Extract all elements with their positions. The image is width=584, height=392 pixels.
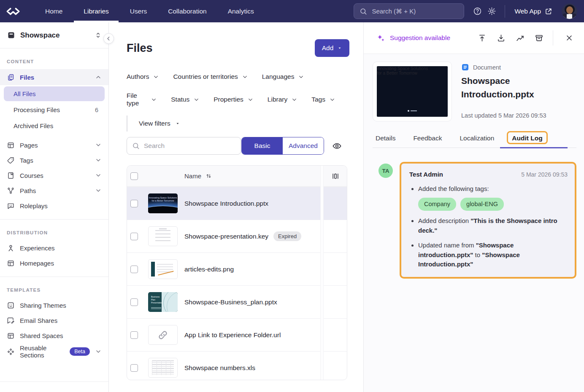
- filter-file-type[interactable]: File type: [127, 92, 157, 107]
- tab-localization[interactable]: Localization: [460, 134, 494, 142]
- nav-home[interactable]: Home: [35, 0, 73, 22]
- sidebar-item-archived-files[interactable]: Archived Files: [4, 118, 105, 133]
- view-filters-toggle[interactable]: View filters: [139, 120, 180, 127]
- close-icon[interactable]: [563, 32, 576, 44]
- advanced-toggle[interactable]: Advanced: [283, 137, 324, 154]
- help-icon[interactable]: [470, 4, 484, 19]
- filter-tags[interactable]: Tags: [311, 92, 335, 107]
- table-row[interactable]: Business PlanPresentation Showspace-Busi…: [127, 285, 347, 318]
- file-thumbnail-link: [148, 325, 178, 345]
- share-upload-icon[interactable]: [476, 32, 488, 44]
- table-row[interactable]: articles-edits.png: [127, 252, 347, 285]
- analytics-trend-icon[interactable]: [514, 32, 526, 44]
- nav-users[interactable]: Users: [119, 0, 157, 22]
- beta-badge: Beta: [70, 347, 90, 356]
- audit-timestamp: 5 Mar 2026 09:53: [521, 171, 568, 178]
- row-checkbox[interactable]: [130, 331, 138, 339]
- file-thumbnail-business-plan: Business PlanPresentation: [148, 292, 178, 312]
- sidebar-item-homepages[interactable]: Homepages: [0, 255, 108, 271]
- web-app-link[interactable]: Web App: [514, 8, 552, 15]
- sidebar-divider: [0, 277, 108, 277]
- sidebar-divider: [0, 48, 108, 48]
- sidebar-divider: [0, 381, 108, 382]
- table-scrollbar[interactable]: [320, 166, 324, 380]
- filter-properties[interactable]: Properties: [214, 92, 254, 107]
- filter-languages[interactable]: Languages: [262, 73, 305, 81]
- sidebar-item-roleplays[interactable]: Roleplays: [0, 198, 108, 213]
- tab-feedback[interactable]: Feedback: [413, 134, 442, 142]
- audit-entry-card: Test Admin 5 Mar 2026 09:53 Added the fo…: [400, 162, 576, 279]
- archive-icon[interactable]: [533, 32, 545, 44]
- eye-icon[interactable]: [330, 140, 343, 152]
- tag-icon: [7, 156, 15, 164]
- tab-details[interactable]: Details: [376, 134, 395, 142]
- sidebar-item-tags[interactable]: Tags: [0, 153, 108, 168]
- sidebar-item-shared-spaces[interactable]: Shared Spaces: [0, 328, 108, 343]
- basic-toggle[interactable]: Basic: [242, 137, 283, 154]
- table-row[interactable]: Innovating Space Solutionsfor a Better T…: [127, 187, 347, 220]
- file-name: Showspace-Business_plan.pptx: [184, 298, 277, 306]
- settings-gear-icon[interactable]: [484, 4, 499, 19]
- sidebar-item-files[interactable]: Files: [0, 69, 108, 85]
- sidebar-item-sharing-themes[interactable]: Sharing Themes: [0, 298, 108, 313]
- nav-collaboration[interactable]: Collaboration: [157, 0, 217, 22]
- table-row[interactable]: Showspace-presentation.key Expired: [127, 220, 347, 252]
- table-row[interactable]: App Link to Experience Folder.url: [127, 318, 347, 351]
- sidebar-item-courses[interactable]: Courses: [0, 168, 108, 183]
- global-search-input[interactable]: [372, 8, 458, 15]
- chat-face-icon: [7, 202, 15, 210]
- sidebar-item-pages[interactable]: Pages: [0, 137, 108, 153]
- document-preview[interactable]: Innovating Space Solutionsfor a Better T…: [373, 62, 452, 121]
- caret-down-icon: [175, 121, 180, 126]
- row-checkbox[interactable]: [130, 298, 138, 306]
- file-search-input[interactable]: [144, 142, 235, 150]
- sidebar-item-all-files[interactable]: All Files: [4, 86, 105, 101]
- file-name: articles-edits.png: [184, 266, 234, 273]
- chevron-down-icon: [242, 74, 248, 80]
- suggestion-available-button[interactable]: Suggestion available: [376, 34, 450, 43]
- files-table: Name Innovating Space Solutionsfor a Bet…: [127, 165, 347, 380]
- row-checkbox[interactable]: [130, 200, 138, 207]
- tab-audit-log[interactable]: Audit Log: [512, 134, 542, 142]
- row-checkbox[interactable]: [130, 364, 138, 372]
- sidebar-item-email-shares[interactable]: Email Shares: [0, 313, 108, 328]
- filters-row-1: Authors Countries or territories Languag…: [127, 73, 349, 81]
- add-button[interactable]: Add: [315, 39, 349, 57]
- audit-log-entry: TA Test Admin 5 Mar 2026 09:53 Added the…: [373, 162, 576, 279]
- book-icon: [7, 172, 15, 180]
- section-label-distribution: DISTRIBUTION: [7, 230, 102, 235]
- audit-item-tags: Added the following tags: Company global…: [418, 184, 568, 211]
- global-search[interactable]: [354, 3, 464, 19]
- filter-library[interactable]: Library: [268, 92, 297, 107]
- nav-divider: [505, 5, 505, 18]
- document-type-label: Document: [473, 64, 501, 71]
- filter-authors[interactable]: Authors: [127, 73, 159, 81]
- row-checkbox[interactable]: [130, 233, 138, 240]
- filter-countries[interactable]: Countries or territories: [173, 73, 248, 81]
- sort-icon[interactable]: [205, 172, 212, 180]
- row-checkbox[interactable]: [130, 266, 138, 273]
- nav-analytics[interactable]: Analytics: [217, 0, 265, 22]
- app-logo-icon[interactable]: [6, 5, 23, 18]
- sidebar-item-experiences[interactable]: Experiences: [0, 240, 108, 255]
- nav-libraries[interactable]: Libraries: [73, 0, 119, 22]
- table-row[interactable]: Showspace numbers.xls: [127, 351, 347, 380]
- expired-badge: Expired: [273, 231, 301, 241]
- column-settings-icon[interactable]: [324, 166, 347, 187]
- sidebar-item-paths[interactable]: Paths: [0, 183, 108, 198]
- sidebar-item-reusable-sections[interactable]: Reusable Sections Beta: [0, 343, 108, 360]
- sidebar-collapse-button[interactable]: [103, 33, 114, 44]
- sidebar: Showspace CONTENT Files All Files Proces…: [0, 22, 109, 392]
- select-all-checkbox[interactable]: [130, 172, 138, 180]
- workspace-selector[interactable]: Showspace: [0, 31, 108, 40]
- audit-item-rename: Updated name from "Showspace introductio…: [418, 241, 568, 269]
- download-icon[interactable]: [495, 32, 507, 44]
- workspace-name: Showspace: [20, 31, 60, 40]
- sidebar-item-processing-files[interactable]: Processing Files 6: [4, 102, 105, 117]
- diamonds-icon: [7, 348, 15, 356]
- file-search[interactable]: [127, 137, 241, 155]
- view-filters-section: View filters: [127, 115, 180, 132]
- user-avatar[interactable]: [562, 3, 577, 19]
- filter-status[interactable]: Status: [171, 92, 200, 107]
- panel-toolbar: Suggestion available: [364, 22, 584, 54]
